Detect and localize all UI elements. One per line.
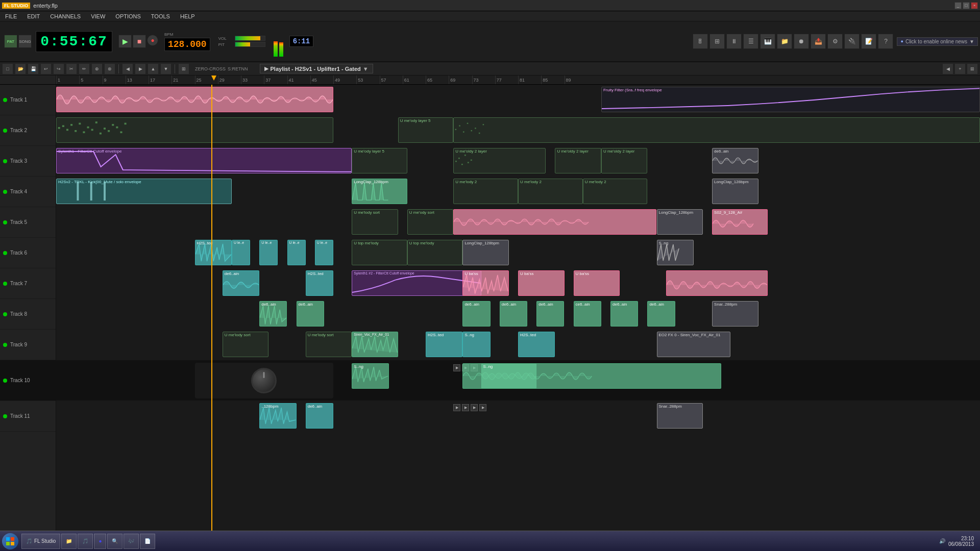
track-led-9[interactable] xyxy=(3,343,7,347)
zoom-btn[interactable]: ⊗ xyxy=(104,63,115,74)
track-led-2[interactable] xyxy=(3,129,7,133)
clip-t2-3[interactable] xyxy=(453,117,980,143)
taskbar-file-manager[interactable]: 📁 xyxy=(61,534,77,549)
clip-t6-le1[interactable]: U le..e xyxy=(232,240,250,265)
pitch-slider[interactable] xyxy=(235,42,265,47)
t11-mini-play-4[interactable]: ▶ xyxy=(479,404,486,411)
track-led-11[interactable] xyxy=(3,414,7,418)
menu-tools[interactable]: TOOLS xyxy=(149,13,172,19)
settings-icon[interactable]: ⚙ xyxy=(827,34,843,49)
record-button[interactable]: ● xyxy=(147,35,158,46)
start-button[interactable] xyxy=(2,533,18,549)
track-led-6[interactable] xyxy=(3,251,7,255)
taskbar-fl-studio[interactable]: 🎵 FL Studio xyxy=(21,534,60,549)
mixer-icon[interactable]: 🎚 xyxy=(693,34,708,49)
news-bar[interactable]: ● Click to enable online news ▼ xyxy=(897,37,978,46)
playlist-play-btn[interactable]: ▶ xyxy=(264,65,268,72)
t11-mini-play-1[interactable]: ▶ xyxy=(453,404,460,411)
clip-t7-sylenth2[interactable]: Sylenth1 #2 - FilterCtt Cutoff envelope xyxy=(352,270,481,296)
taskbar-chrome[interactable]: ● xyxy=(94,534,106,549)
menu-help[interactable]: HELP xyxy=(178,13,197,19)
clip-t9-ms1[interactable]: U me'lody sort xyxy=(223,332,269,357)
clip-t8-de6-6[interactable]: de6..ain xyxy=(610,301,638,327)
track-led-3[interactable] xyxy=(3,159,7,163)
clip-t3-m2layer3[interactable]: U me'oldy 2 layer xyxy=(601,148,648,173)
clip-t3-de6[interactable]: de6..ain xyxy=(712,148,758,173)
script-icon[interactable]: 📝 xyxy=(861,34,876,49)
play-button[interactable]: ▶ xyxy=(118,35,132,48)
taskbar-search[interactable]: 🔍 xyxy=(107,534,122,549)
record2-icon[interactable]: ⏺ xyxy=(794,34,809,49)
plugin-icon[interactable]: 🔌 xyxy=(844,34,860,49)
clip-t9-siren[interactable]: Siren_Voc_FX_Air_01 xyxy=(352,332,398,357)
clip-t5-ms1[interactable]: U me'lody sort xyxy=(352,209,398,235)
up-btn[interactable]: ▲ xyxy=(148,63,159,74)
playlist-dropdown[interactable]: ▼ xyxy=(363,66,369,72)
clip-t9-ms2[interactable]: U me'lody sort xyxy=(306,332,352,357)
clip-t7-bass2[interactable]: U ba'ss xyxy=(518,270,565,296)
clip-t4-melody2[interactable]: U me'lody 2 xyxy=(453,179,518,204)
menu-options[interactable]: OPTIONS xyxy=(113,13,143,19)
clip-t8-de6-2[interactable]: de6..ain xyxy=(297,301,324,327)
track-led-10[interactable] xyxy=(3,379,7,383)
piano-roll-icon[interactable]: 🎹 xyxy=(760,34,775,49)
select-btn[interactable]: ⊕ xyxy=(91,63,103,74)
clip-t5-ms2[interactable]: U me'ody sort xyxy=(407,209,454,235)
collapse-btn[interactable]: ◀ xyxy=(942,63,953,74)
minimize-button[interactable]: _ xyxy=(954,2,962,9)
clip-t5-pink[interactable] xyxy=(453,209,656,235)
clip-t8-de6-1[interactable]: de6..ain xyxy=(259,301,287,327)
zoom-in-btn[interactable]: + xyxy=(954,63,966,74)
tray-speaker-icon[interactable]: 🔊 xyxy=(939,538,945,544)
big-knob[interactable] xyxy=(251,368,277,393)
clip-t7-bass3[interactable]: U ba'ss xyxy=(574,270,620,296)
menu-view[interactable]: VIEW xyxy=(89,13,107,19)
taskbar-media[interactable]: 🎵 xyxy=(78,534,93,549)
clip-t3-m2layer2[interactable]: U me'oldy 2 layer xyxy=(555,148,601,173)
redo-btn[interactable]: ↪ xyxy=(53,63,64,74)
clip-t1-1[interactable] xyxy=(56,87,333,112)
clip-t7-de6[interactable]: de6..ain xyxy=(223,270,259,296)
clip-t6-le2[interactable]: U le..e xyxy=(259,240,278,265)
grid-btn[interactable]: ⊞ xyxy=(178,63,189,74)
track-led-5[interactable] xyxy=(3,220,7,224)
taskbar-winamp[interactable]: 🎶 xyxy=(124,534,139,549)
clip-t4-melody2b[interactable]: U me'lody 2 xyxy=(518,179,583,204)
clip-t6-h2s[interactable]: H2S..ted xyxy=(195,240,232,265)
track-led-8[interactable] xyxy=(3,312,7,316)
news-dropdown[interactable]: ▼ xyxy=(969,39,974,44)
clip-t10-sng[interactable]: S..ng xyxy=(352,363,388,389)
t11-mini-play-2[interactable]: ▶ xyxy=(462,404,469,411)
volume-slider[interactable] xyxy=(235,36,265,41)
t11-mini-play-3[interactable]: ▶ xyxy=(471,404,478,411)
clip-t8-de6-7[interactable]: de6..ain xyxy=(647,301,675,327)
track-led-1[interactable] xyxy=(3,98,7,102)
mini-play-1[interactable]: ▶ xyxy=(453,364,460,371)
clip-t2-melody[interactable]: U me'ody layer 5 xyxy=(398,117,454,143)
clip-t3-melody5[interactable]: U me'ody layer 5 xyxy=(352,148,407,173)
clip-t6-le3[interactable]: U le..e xyxy=(287,240,306,265)
clip-t5-s02[interactable]: S02_9_128_A# xyxy=(712,209,768,235)
cut-btn[interactable]: ✂ xyxy=(66,63,77,74)
save-btn[interactable]: 💾 xyxy=(28,63,39,74)
taskbar-app[interactable]: 📄 xyxy=(140,534,155,549)
close-button[interactable]: × xyxy=(971,2,978,9)
clip-t9-h2s2[interactable]: H2S..ted xyxy=(518,332,555,357)
new-btn[interactable]: □ xyxy=(2,63,13,74)
channel-rack-icon[interactable]: ⊞ xyxy=(709,34,725,49)
browser-icon[interactable]: 📁 xyxy=(777,34,792,49)
clip-t8-de6-5[interactable]: de6..ain xyxy=(536,301,564,327)
draw-btn[interactable]: ✏ xyxy=(79,63,90,74)
track-led-7[interactable] xyxy=(3,282,7,286)
clip-t11-de6[interactable]: de6..ain xyxy=(306,403,333,429)
clip-t3-auto[interactable]: Sylenth1 - FilterCtt Cutoff envelope xyxy=(56,148,352,173)
track-led-4[interactable] xyxy=(3,190,7,194)
clip-t6-sng[interactable]: S..ng xyxy=(657,240,694,265)
playlist-icon[interactable]: ☰ xyxy=(743,34,758,49)
maximize-button[interactable]: □ xyxy=(963,2,970,9)
clip-t7-h2s[interactable]: H2S..ted xyxy=(306,270,333,296)
clip-t9-sng[interactable]: S..ng xyxy=(462,332,490,357)
playlist-expand-btn[interactable]: ⊞ xyxy=(967,63,978,74)
help-icon[interactable]: ? xyxy=(878,34,893,49)
clip-t7-bass-long[interactable] xyxy=(666,270,768,296)
